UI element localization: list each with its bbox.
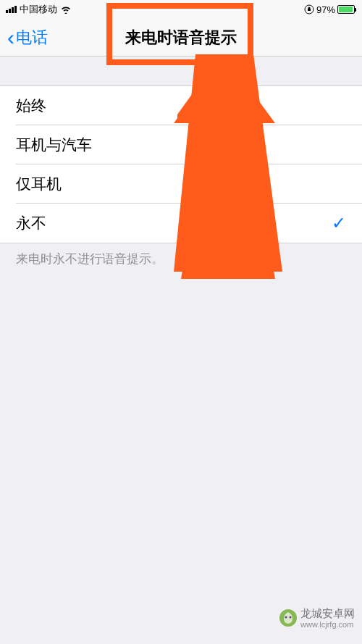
- svg-point-5: [285, 616, 287, 619]
- option-never[interactable]: 永不 ✓: [0, 204, 362, 243]
- option-always[interactable]: 始终: [0, 86, 362, 125]
- watermark: 龙城安卓网 www.lcjrfg.com: [279, 607, 355, 630]
- option-label: 始终: [16, 96, 46, 116]
- option-label: 耳机与汽车: [16, 135, 92, 155]
- svg-point-6: [290, 616, 292, 619]
- rotation-lock-icon: [304, 4, 314, 14]
- back-label: 电话: [16, 27, 48, 49]
- battery-percent: 97%: [316, 4, 335, 15]
- option-headphones-only[interactable]: 仅耳机: [0, 164, 362, 204]
- nav-bar: ‹ 电话 来电时语音提示: [0, 19, 362, 57]
- watermark-title: 龙城安卓网: [300, 607, 355, 620]
- page-title: 来电时语音提示: [125, 27, 237, 49]
- chevron-left-icon: ‹: [7, 27, 14, 49]
- status-right: 97%: [304, 4, 356, 15]
- wifi-icon: [60, 5, 72, 14]
- watermark-url: www.lcjrfg.com: [300, 620, 355, 630]
- content: 始终 耳机与汽车 仅耳机 永不 ✓ 来电时永不进行语音提示。: [0, 57, 362, 275]
- checkmark-icon: ✓: [332, 213, 346, 233]
- option-label: 永不: [16, 213, 46, 233]
- status-left: 中国移动: [6, 3, 72, 16]
- footer-note: 来电时永不进行语音提示。: [0, 243, 362, 275]
- back-button[interactable]: ‹ 电话: [7, 27, 48, 49]
- carrier-label: 中国移动: [20, 3, 57, 16]
- status-bar: 中国移动 97%: [0, 0, 362, 19]
- option-headphones-car[interactable]: 耳机与汽车: [0, 125, 362, 164]
- options-list: 始终 耳机与汽车 仅耳机 永不 ✓: [0, 85, 362, 243]
- battery-icon: [337, 5, 356, 14]
- option-label: 仅耳机: [16, 174, 62, 194]
- watermark-logo-icon: [279, 609, 298, 627]
- signal-icon: [6, 6, 17, 13]
